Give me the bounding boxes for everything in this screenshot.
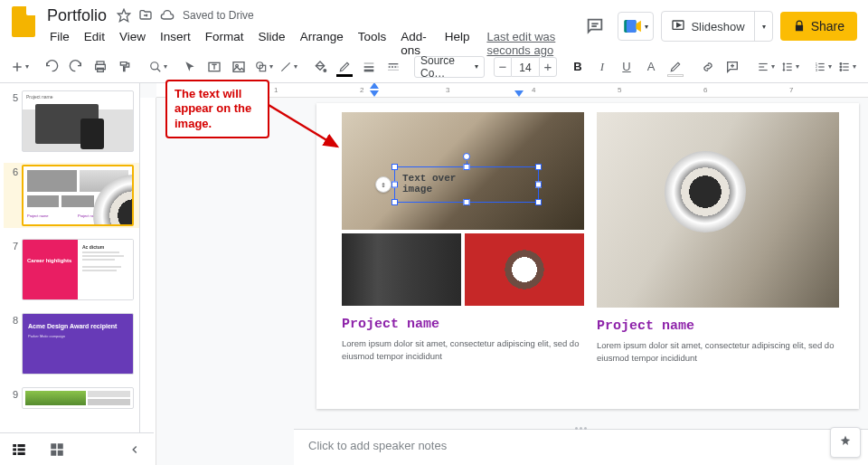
toolbar: ▾ ▾ ▾ ▾ Source Co…▾ − 14 + B I U A ▾ ▾ 1… — [0, 51, 868, 83]
star-icon[interactable] — [116, 7, 132, 24]
line-tool[interactable]: ▾ — [276, 55, 299, 79]
underline-button[interactable]: U — [615, 55, 638, 79]
bold-button[interactable]: B — [566, 55, 590, 79]
bulleted-list-button[interactable]: ▾ — [835, 55, 858, 79]
font-size-increase[interactable]: + — [539, 57, 557, 77]
doc-title[interactable]: Portfolio — [43, 5, 110, 26]
autofit-handle[interactable]: ⇕ — [375, 176, 392, 193]
numbered-list-button[interactable]: 123▾ — [810, 55, 834, 79]
border-dash-button[interactable] — [382, 55, 405, 79]
slideshow-button[interactable]: Slideshow — [662, 19, 753, 33]
resize-handle[interactable] — [464, 199, 470, 205]
italic-button[interactable]: I — [590, 55, 614, 79]
resize-handle[interactable] — [535, 199, 542, 205]
svg-rect-61 — [58, 450, 63, 455]
slide-image-mixer[interactable]: Text overimage ⇕ — [342, 112, 584, 230]
thumb-slide-6[interactable]: 6 Project nameProject name — [4, 163, 139, 228]
chevron-down-icon: ▾ — [762, 23, 766, 31]
project-desc-right[interactable]: Lorem ipsum dolor sit amet, consectetur … — [597, 339, 839, 365]
slideshow-label: Slideshow — [691, 20, 744, 33]
font-size-decrease[interactable]: − — [494, 57, 512, 77]
undo-button[interactable] — [40, 55, 63, 79]
paint-format-button[interactable] — [113, 55, 137, 79]
resize-handle[interactable] — [464, 164, 470, 170]
resize-handle[interactable] — [535, 182, 542, 188]
border-color-button[interactable] — [333, 55, 356, 79]
text-color-button[interactable]: A — [639, 55, 663, 79]
saved-status: Saved to Drive — [183, 9, 254, 22]
insert-link-button[interactable] — [696, 55, 720, 79]
svg-rect-52 — [13, 444, 16, 447]
svg-point-50 — [840, 69, 842, 71]
project-desc-left[interactable]: Lorem ipsum dolor sit amet, consectetur … — [342, 337, 584, 364]
slideshow-dropdown[interactable]: ▾ — [754, 12, 772, 41]
zoom-button[interactable]: ▾ — [146, 55, 169, 79]
resize-handle[interactable] — [392, 182, 398, 188]
slide-image-speaker[interactable] — [597, 112, 839, 308]
font-size-input[interactable]: 14 — [512, 57, 539, 77]
thumb-slide-5[interactable]: 5 Project name — [4, 89, 139, 154]
svg-rect-59 — [58, 443, 63, 449]
image-tool[interactable] — [227, 55, 250, 79]
cloud-saved-icon[interactable] — [159, 7, 175, 24]
svg-point-13 — [151, 62, 158, 69]
explore-button[interactable] — [830, 427, 861, 458]
line-spacing-button[interactable]: ▾ — [778, 55, 801, 79]
textbox-tool[interactable] — [203, 55, 226, 79]
slide-filmstrip[interactable]: 5 Project name 6 Project nameProject nam… — [0, 83, 140, 465]
slides-logo[interactable] — [7, 5, 40, 38]
new-slide-button[interactable]: ▾ — [7, 55, 31, 79]
slide-image-cameras[interactable] — [342, 233, 461, 306]
redo-button[interactable] — [64, 55, 88, 79]
vertical-ruler[interactable] — [140, 98, 156, 465]
svg-point-49 — [840, 66, 842, 68]
highlight-color-button[interactable] — [664, 55, 687, 79]
share-button[interactable]: Share — [780, 12, 857, 41]
svg-rect-58 — [51, 443, 56, 449]
slide-canvas[interactable]: Text overimage ⇕ — [316, 103, 859, 409]
svg-line-22 — [281, 62, 289, 71]
slide-image-coffee[interactable] — [465, 233, 584, 306]
notes-resize-grip[interactable] — [568, 427, 595, 432]
svg-rect-53 — [13, 448, 16, 451]
font-family-select[interactable]: Source Co…▾ — [414, 56, 485, 78]
resize-handle[interactable] — [535, 164, 542, 170]
comments-icon[interactable] — [580, 11, 610, 42]
print-button[interactable] — [89, 55, 112, 79]
shape-tool[interactable]: ▾ — [251, 55, 275, 79]
insert-comment-button[interactable] — [721, 55, 744, 79]
resize-handle[interactable] — [392, 164, 398, 170]
svg-rect-56 — [18, 448, 25, 451]
grid-view-icon[interactable] — [47, 440, 67, 460]
align-button[interactable]: ▾ — [753, 55, 777, 79]
fill-color-button[interactable] — [308, 55, 332, 79]
text-box-selected[interactable]: Text overimage ⇕ — [394, 166, 539, 203]
move-folder-icon[interactable] — [137, 7, 154, 24]
select-tool[interactable] — [178, 55, 202, 79]
project-title-right[interactable]: Project name — [597, 318, 839, 334]
annotation-arrow — [267, 94, 348, 157]
svg-point-24 — [324, 69, 326, 71]
header-bar: Portfolio Saved to Drive File Edit View … — [0, 0, 868, 51]
filmstrip-view-icon[interactable] — [9, 440, 29, 460]
annotation-callout: The text will appear on the image. — [165, 80, 269, 138]
svg-marker-0 — [118, 9, 129, 21]
speaker-notes[interactable]: Click to add speaker notes — [294, 429, 868, 465]
thumb-slide-9[interactable]: 9 — [4, 385, 139, 411]
svg-rect-4 — [627, 20, 637, 33]
resize-handle[interactable] — [392, 199, 398, 205]
collapse-filmstrip-icon[interactable] — [125, 440, 145, 460]
thumb-slide-7[interactable]: 7 Career highlights Ac dictum — [4, 237, 139, 302]
rotate-handle[interactable] — [463, 153, 470, 160]
svg-marker-7 — [677, 24, 681, 27]
canvas-area[interactable]: 1 2 3 4 5 6 7 Text overimage — [140, 83, 868, 465]
project-title-left[interactable]: Project name — [342, 317, 584, 332]
play-icon — [671, 19, 685, 33]
svg-rect-55 — [18, 444, 25, 447]
meet-button[interactable]: ▾ — [618, 12, 654, 41]
svg-line-51 — [269, 105, 337, 147]
last-edit-link[interactable]: Last edit was seconds ago — [483, 27, 580, 60]
share-label: Share — [811, 19, 844, 33]
border-weight-button[interactable] — [357, 55, 381, 79]
thumb-slide-8[interactable]: 8 Acme Design Award recipient Parker Mat… — [4, 311, 139, 376]
